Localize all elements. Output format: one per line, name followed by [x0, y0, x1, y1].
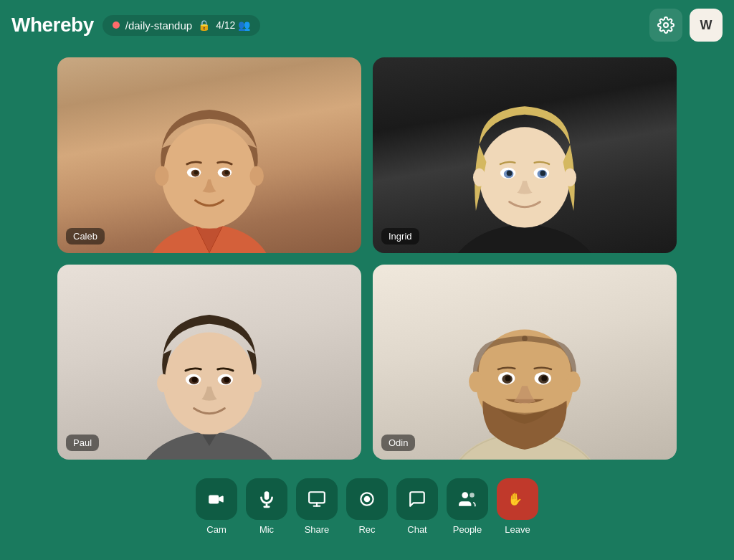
svg-point-33 — [249, 374, 262, 391]
svg-rect-50 — [309, 492, 325, 503]
room-status-dot — [113, 22, 120, 29]
lock-icon: 🔒 — [198, 19, 210, 31]
svg-rect-46 — [209, 495, 219, 504]
header-right: W — [649, 9, 723, 42]
svg-point-20 — [540, 171, 545, 176]
video-tile-ingrid: Ingrid — [373, 57, 677, 253]
svg-point-22 — [564, 169, 577, 186]
svg-point-10 — [155, 166, 168, 186]
svg-rect-47 — [264, 491, 270, 500]
video-tile-odin: Odin — [373, 265, 677, 460]
settings-button[interactable] — [649, 9, 682, 42]
rec-label: Rec — [358, 524, 375, 535]
svg-text:✋: ✋ — [507, 492, 523, 507]
svg-point-11 — [249, 166, 263, 186]
cam-icon — [196, 478, 237, 520]
leave-icon: ✋ — [497, 478, 538, 520]
chat-button[interactable]: Chat — [396, 478, 438, 535]
svg-point-19 — [507, 171, 513, 176]
svg-point-12 — [448, 225, 601, 253]
room-info: /daily-standup 🔒 4/12 👥 — [103, 15, 261, 36]
leave-button[interactable]: ✋ Leave — [497, 478, 538, 535]
room-name: /daily-standup — [125, 19, 192, 32]
mic-label: Mic — [259, 524, 274, 535]
user-avatar-button[interactable]: W — [690, 9, 723, 42]
svg-point-21 — [473, 169, 486, 186]
logo: Whereby — [11, 14, 94, 37]
svg-point-31 — [224, 376, 229, 382]
people-icon — [447, 478, 488, 520]
header: Whereby /daily-standup 🔒 4/12 👥 W — [0, 0, 734, 50]
svg-point-42 — [505, 375, 511, 381]
svg-point-32 — [157, 374, 170, 391]
cam-button[interactable]: Cam — [196, 478, 237, 535]
chat-icon — [396, 478, 438, 520]
people-button[interactable]: People — [447, 478, 488, 535]
svg-point-45 — [566, 371, 580, 391]
svg-point-25 — [163, 332, 255, 434]
cam-label: Cam — [206, 524, 226, 535]
rec-icon — [346, 478, 388, 520]
chat-label: Chat — [407, 524, 426, 535]
svg-point-30 — [192, 376, 198, 382]
header-left: Whereby /daily-standup 🔒 4/12 👥 — [11, 14, 260, 37]
participant-name-odin: Odin — [381, 435, 415, 451]
video-grid: Caleb — [57, 57, 677, 460]
svg-point-54 — [364, 496, 371, 503]
svg-point-44 — [469, 371, 482, 391]
svg-point-55 — [462, 492, 468, 498]
share-icon — [296, 478, 338, 520]
svg-point-43 — [541, 375, 547, 381]
mic-icon — [246, 478, 287, 520]
toolbar: Cam Mic Share — [0, 467, 734, 560]
svg-point-3 — [162, 123, 257, 228]
svg-point-9 — [224, 171, 229, 175]
participant-name-ingrid: Ingrid — [381, 228, 419, 245]
video-tile-paul: Paul — [57, 265, 361, 460]
video-tile-caleb: Caleb — [57, 57, 361, 253]
svg-point-56 — [470, 493, 475, 498]
participant-name-paul: Paul — [66, 435, 99, 451]
share-button[interactable]: Share — [296, 478, 338, 535]
room-participant-count: 4/12 👥 — [216, 19, 250, 31]
svg-point-14 — [480, 127, 571, 227]
svg-point-0 — [664, 23, 668, 27]
mic-button[interactable]: Mic — [246, 478, 287, 535]
participant-name-caleb: Caleb — [66, 228, 105, 245]
leave-label: Leave — [505, 524, 530, 535]
svg-point-8 — [194, 171, 199, 175]
people-label: People — [453, 524, 482, 535]
share-label: Share — [305, 524, 330, 535]
rec-button[interactable]: Rec — [346, 478, 388, 535]
